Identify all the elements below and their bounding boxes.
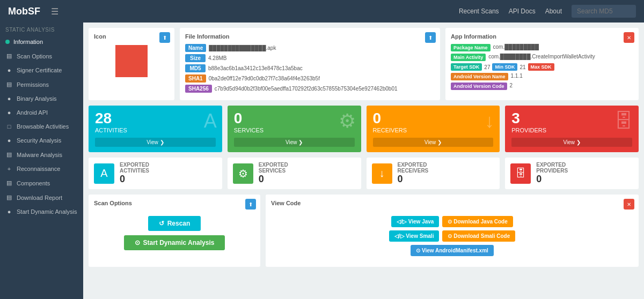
file-md5-row: MD5 b88e3ac6b1aa3412c13e8478c13a5bac [185,64,435,72]
recent-scans-link[interactable]: Recent Scans [459,8,499,15]
sidebar-item-label: Download Report [17,195,62,201]
sidebar-section-title: Static Analysis [0,23,83,35]
sidebar-item-start-dynamic[interactable]: ● Start Dynamic Analysis [0,205,83,219]
services-count: 0 [234,111,355,126]
receivers-count: 0 [373,111,494,126]
browse-icon: □ [5,123,13,130]
perms-icon: ▤ [5,81,13,88]
sidebar-item-malware-analysis[interactable]: ▤ Malware Analysis [0,147,83,162]
activities-view-btn[interactable]: View ❯ [95,138,216,147]
bottom-row: Scan Options ⬆ ↺ Rescan ⊙ Start Dynamic … [89,195,639,267]
activities-icon: A [204,110,217,132]
exp-activities-info: EXPORTEDACTIVITIES 0 [120,162,149,185]
app-info-close-btn[interactable]: ✕ [624,32,634,43]
download-java-button[interactable]: ⊙ Download Java Code [442,216,513,227]
exp-receivers-icon: ↓ [372,163,392,184]
sidebar-item-signer-certificate[interactable]: ● Signer Certificate [0,63,83,77]
menu-toggle-icon[interactable]: ☰ [51,6,58,17]
sidebar-item-security-analysis[interactable]: ● Security Analysis [0,133,83,147]
ver-name-row: Android Version Name 1.1.1 [451,73,633,80]
scan-options-btn[interactable]: ⬆ [245,199,256,210]
code-buttons-area: ◁/▷ View Java ⊙ Download Java Code ◁/▷ V… [271,211,633,261]
receivers-label: RECEIVERS [373,127,494,133]
sidebar-item-label: Reconnaissance [17,166,60,172]
services-stat[interactable]: ⚙ 0 SERVICES View ❯ [228,106,361,152]
about-link[interactable]: About [545,8,562,15]
view-code-close-btn[interactable]: ✕ [624,199,634,210]
sidebar-item-components[interactable]: ▤ Components [0,176,83,190]
main-activity-value: com.████████.CreateImportWalletActivity [488,54,595,59]
brand-logo: MobSF [8,6,40,17]
start-dynamic-analysis-button[interactable]: ⊙ Start Dynamic Analysis [124,235,225,250]
exp-services-info: EXPORTEDSERVICES 0 [259,162,288,185]
sidebar-item-label: Components [17,180,50,186]
icon-card-title: Icon [94,33,169,40]
exp-activities-icon: A [94,163,114,184]
activities-label: ACTIVITIES [95,127,216,133]
ver-code-row: Android Version Code 2 [451,83,633,90]
rescan-label: Rescan [167,220,191,227]
sidebar-item-binary-analysis[interactable]: ● Binary Analysis [0,92,83,106]
max-sdk-label: Max SDK [528,63,554,71]
icon-upload-button[interactable]: ⬆ [159,32,170,43]
file-info-card: File Information ⬆ Name ███████████████.… [180,28,440,100]
sidebar-item-label: Permissions [17,81,49,88]
stats-row: A 28 ACTIVITIES View ❯ ⚙ 0 SERVICES View… [89,106,639,152]
providers-view-btn[interactable]: View ❯ [511,138,632,147]
receivers-icon: ↓ [485,110,494,132]
scan-btn-area: ↺ Rescan ⊙ Start Dynamic Analysis [94,211,255,256]
exp-providers-info: EXPORTEDPROVIDERS 0 [536,162,568,185]
view-java-button[interactable]: ◁/▷ View Java [391,216,439,227]
providers-stat[interactable]: 🗄 3 PROVIDERS View ❯ [505,106,639,152]
sidebar-item-label: Android API [17,109,48,116]
pkg-value: com.█████████ [493,44,539,50]
file-info-btn[interactable]: ⬆ [425,32,436,43]
sidebar-item-label: Information [13,39,43,45]
download-smali-button[interactable]: ⊙ Download Smali Code [442,230,515,242]
activities-stat[interactable]: A 28 ACTIVITIES View ❯ [89,106,222,152]
app-info-title: App Information [451,33,633,40]
file-info-title: File Information [185,33,435,40]
navbar: MobSF ☰ Recent Scans API Docs About [0,0,644,23]
main-content: Icon ⬆ File Information ⬆ Name █████████… [83,23,644,299]
components-icon: ▤ [5,180,13,186]
sidebar-item-browsable-activities[interactable]: □ Browsable Activities [0,119,83,133]
sidebar-item-label: Scan Options [17,53,52,59]
sidebar-item-information[interactable]: Information [0,35,83,49]
download-icon: ▤ [5,194,13,201]
size-value: 4.28MB [208,55,226,61]
sha256-label: SHA256 [185,85,212,93]
exported-services-card: ⚙ EXPORTEDSERVICES 0 [228,158,361,189]
name-value: ███████████████.apk [209,45,276,51]
receivers-stat[interactable]: ↓ 0 RECEIVERS View ❯ [367,106,500,152]
dynamic-icon: ● [5,208,13,215]
sidebar-item-label: Malware Analysis [17,152,62,158]
api-docs-link[interactable]: API Docs [509,8,536,15]
sidebar-item-scan-options[interactable]: ▤ Scan Options [0,49,83,63]
view-manifest-button[interactable]: ⊙ View AndroidManifest.xml [411,245,494,256]
sidebar-item-label: Browsable Activities [17,123,69,130]
view-smali-button[interactable]: ◁/▷ View Smali [389,230,440,242]
sidebar-item-download-report[interactable]: ▤ Download Report [0,190,83,205]
exp-services-icon: ⚙ [233,163,253,184]
sdk-row: Target SDK 27 Min SDK 21 Max SDK [451,63,633,71]
search-input[interactable] [572,5,636,18]
icon-card: Icon ⬆ [89,28,174,100]
exported-activities-card: A EXPORTEDACTIVITIES 0 [89,158,222,189]
sidebar-item-android-api[interactable]: ● Android API [0,106,83,119]
sidebar-item-permissions[interactable]: ▤ Permissions [0,77,83,92]
recon-icon: + [5,166,13,172]
file-sha256-row: SHA256 c7b9d5d94d0b2f3bf00e5aedffa170292… [185,85,435,93]
services-view-btn[interactable]: View ❯ [234,138,355,147]
receivers-view-btn[interactable]: View ❯ [373,138,494,147]
main-activity-row: Main Activity com.████████.CreateImportW… [451,54,633,61]
main-layout: Static Analysis Information ▤ Scan Optio… [0,23,644,299]
sidebar-item-reconnaissance[interactable]: + Reconnaissance [0,162,83,176]
size-label: Size [185,54,206,62]
list-icon: ▤ [5,53,13,59]
sidebar-item-label: Signer Certificate [17,67,62,73]
rescan-button[interactable]: ↺ Rescan [148,216,201,231]
ver-code-label: Android Version Code [451,83,507,90]
view-code-card: View Code ✕ ◁/▷ View Java ⊙ Download Jav… [266,195,639,267]
api-icon: ● [5,109,13,116]
